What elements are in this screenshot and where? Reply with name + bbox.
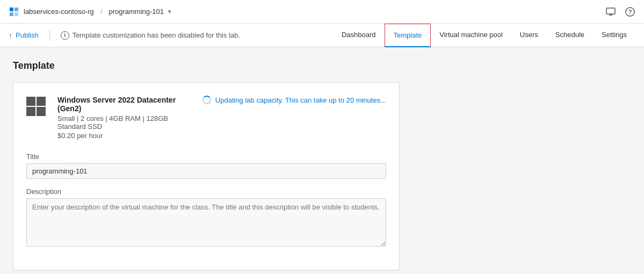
windows-os-icon (26, 97, 49, 119)
tab-navigation: Dashboard Template Virtual machine pool … (333, 24, 635, 47)
tab-template[interactable]: Template (385, 24, 431, 47)
svg-rect-3 (15, 12, 18, 16)
template-card: Windows Server 2022 Datacenter (Gen2) Sm… (13, 82, 400, 270)
info-icon: i (61, 31, 69, 40)
svg-rect-1 (15, 8, 18, 11)
monitor-icon[interactable] (605, 6, 616, 17)
title-field-group: Title (26, 153, 386, 179)
top-bar-actions: ? (605, 6, 635, 17)
info-notice: i Template customization has been disabl… (61, 31, 240, 40)
vm-specs: Small | 2 cores | 4GB RAM | 128GB Standa… (57, 114, 194, 131)
vm-details: Windows Server 2022 Datacenter (Gen2) Sm… (57, 96, 194, 140)
vm-name: Windows Server 2022 Datacenter (Gen2) (57, 96, 194, 113)
vm-info-row: Windows Server 2022 Datacenter (Gen2) Sm… (26, 96, 386, 140)
publish-label: Publish (16, 31, 39, 39)
top-bar: labservices-contoso-rg / programming-101… (0, 0, 644, 24)
help-icon[interactable]: ? (625, 6, 635, 17)
upload-icon: ↑ (9, 31, 12, 40)
description-field-group: Description (26, 188, 386, 248)
publish-button[interactable]: ↑ Publish (9, 31, 39, 40)
vertical-divider (49, 30, 50, 41)
tab-dashboard[interactable]: Dashboard (333, 24, 385, 47)
svg-rect-4 (606, 8, 615, 14)
tab-vm-pool[interactable]: Virtual machine pool (431, 24, 511, 47)
svg-text:?: ? (628, 9, 632, 15)
vm-status: Updating lab capacity. This can take up … (202, 96, 386, 104)
resource-group-link[interactable]: labservices-contoso-rg (24, 8, 94, 16)
notice-text: Template customization has been disabled… (73, 31, 240, 39)
vm-price: $0.20 per hour (57, 132, 194, 140)
breadcrumb-separator: / (100, 8, 103, 16)
breadcrumb: labservices-contoso-rg / programming-101… (9, 6, 171, 17)
status-text: Updating lab capacity. This can take up … (215, 96, 386, 104)
loading-spinner (202, 96, 211, 104)
description-label: Description (26, 188, 386, 196)
main-content: Template Windows Server 2022 Datacenter … (0, 47, 644, 274)
lab-name-link[interactable]: programming-101 (108, 8, 164, 16)
secondary-nav-left: ↑ Publish i Template customization has b… (9, 30, 333, 41)
page-title: Template (13, 60, 631, 71)
svg-rect-0 (10, 8, 13, 11)
description-textarea[interactable] (26, 198, 386, 247)
tab-users[interactable]: Users (511, 24, 547, 47)
svg-rect-2 (10, 12, 13, 16)
chevron-down-icon[interactable]: ▾ (168, 8, 171, 15)
lab-services-icon (9, 6, 19, 17)
tab-settings[interactable]: Settings (593, 24, 635, 47)
tab-schedule[interactable]: Schedule (547, 24, 593, 47)
title-input[interactable] (26, 163, 386, 179)
title-label: Title (26, 153, 386, 161)
secondary-nav: ↑ Publish i Template customization has b… (0, 24, 644, 47)
